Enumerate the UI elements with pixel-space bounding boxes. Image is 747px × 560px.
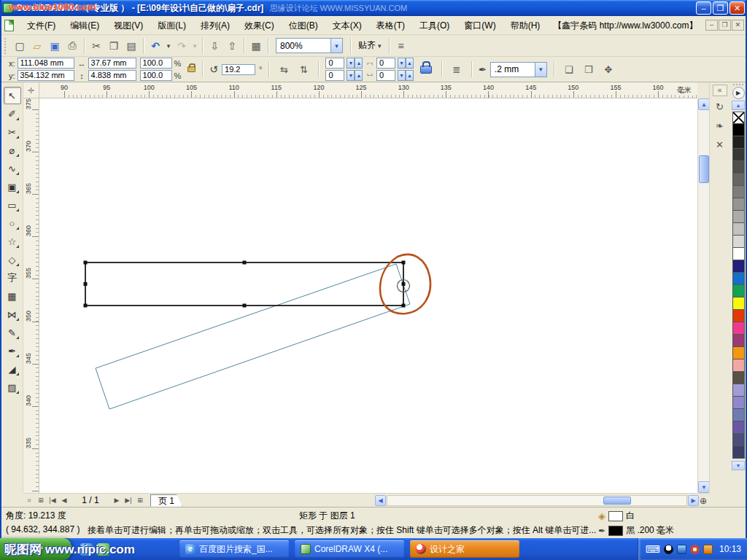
tray-qq-icon[interactable] [664,545,673,554]
color-swatch[interactable] [732,434,745,446]
start-button[interactable]: 开始 [0,538,71,560]
open-button[interactable]: ▱ [28,37,46,55]
scale-lock-icon[interactable] [187,66,196,72]
doc-close-button[interactable]: ✕ [732,20,744,31]
menu-file[interactable]: 文件(F) [20,18,63,34]
tray-app-icon[interactable] [703,545,713,554]
color-swatch[interactable] [732,384,745,397]
color-swatch[interactable] [732,372,745,384]
corner-radius-tr-field[interactable]: 0 [376,58,395,69]
ruler-origin-button[interactable]: ✛ [23,82,39,98]
vertical-scroll-thumb[interactable] [699,155,709,183]
navigator-zoom-button[interactable]: ⊕ [697,495,709,507]
toolbar-grip[interactable] [4,38,8,54]
object-height-field[interactable]: 4.838 mm [88,70,136,81]
add-page-before-button[interactable]: ⊞ [35,494,47,506]
fill-color-chip[interactable] [608,511,623,521]
no-color-swatch[interactable] [732,112,745,124]
outline-color-chip[interactable] [608,526,623,536]
horizontal-ruler[interactable]: 毫米 9095100105110115120125130135140145150… [39,82,697,98]
menu-window[interactable]: 窗口(W) [457,18,503,34]
color-swatch[interactable] [732,211,745,223]
selection-handle[interactable] [402,282,406,286]
application-launcher-button[interactable]: ▦ [247,37,265,55]
corner-br-spin-up[interactable]: ▲ [406,70,414,81]
scale-v-field[interactable]: 100.0 [140,70,172,81]
zoom-level-combo[interactable]: 800% ▾ [276,38,343,53]
color-swatch[interactable] [732,149,745,161]
menu-bitmaps[interactable]: 位图(B) [282,18,325,34]
color-swatch[interactable] [732,223,745,236]
last-page-button[interactable]: ▶| [123,494,134,506]
add-page-after-button[interactable]: ⊞ [134,494,146,506]
scroll-left-button[interactable]: ◀ [375,495,386,506]
export-button[interactable]: ⇧ [223,37,241,55]
color-swatch[interactable] [732,198,745,211]
color-swatch[interactable] [732,446,745,459]
doc-restore-button[interactable]: ❐ [719,20,731,31]
pick-tool[interactable]: ↖ [4,87,21,104]
color-swatch[interactable] [732,359,745,372]
zoom-tool[interactable]: ⌀ [4,141,21,159]
color-swatch[interactable] [732,124,745,136]
wrap-text-button[interactable]: ≣ [449,61,465,77]
scroll-down-button[interactable]: ▼ [698,481,710,493]
open-dialog-dial-icon[interactable]: ✥ [600,61,616,77]
scroll-up-button[interactable]: ▲ [698,98,710,110]
vertical-scrollbar[interactable]: ▲ ▼ [697,98,709,493]
import-button[interactable]: ⇩ [206,37,223,55]
artistic-media-docker-tab[interactable]: ❧ [713,118,727,134]
color-swatch[interactable] [732,236,745,248]
ellipse-tool[interactable]: ○ [4,214,21,232]
mirror-vertical-button[interactable]: ⇅ [295,61,311,77]
color-swatch[interactable] [732,174,745,186]
next-page-button[interactable]: ▶ [111,494,123,506]
print-button[interactable]: ⎙ [63,37,81,55]
color-swatch[interactable] [732,248,745,260]
selection-handle[interactable] [402,261,406,265]
tray-sound-icon[interactable] [690,545,700,554]
menu-effects[interactable]: 效果(C) [237,18,282,34]
close-button[interactable]: ✕ [729,1,745,15]
rotation-angle-field[interactable]: 19.2 [222,64,255,75]
object-width-field[interactable]: 37.67 mm [88,58,136,69]
selection-handle[interactable] [84,261,88,265]
input-method-keyboard-icon[interactable]: ⌨ [646,543,660,555]
cut-button[interactable]: ✂ [88,37,105,55]
transform-docker-tab[interactable]: ↻ [713,99,727,115]
corner-radius-tl-field[interactable]: 0 [325,58,344,69]
interactive-fill-tool[interactable]: ▨ [4,378,21,396]
menu-tools[interactable]: 工具(O) [412,18,457,34]
minimize-button[interactable]: – [696,1,711,15]
task-button-baidu[interactable]: e 百度图片搜索_国... [179,540,289,558]
eyedropper-tool[interactable]: ✎ [4,324,21,341]
menu-arrange[interactable]: 排列(A) [193,18,237,34]
convert-outline-button[interactable]: ❒ [581,61,597,77]
palette-grip[interactable] [733,84,743,85]
selection-handle[interactable] [84,304,88,308]
save-button[interactable]: ▣ [46,37,63,55]
color-swatch[interactable] [732,421,745,434]
menu-help[interactable]: 帮助(H) [503,18,548,34]
edit-corners-lock-icon[interactable] [420,66,432,74]
horizontal-scrollbar[interactable] [387,495,687,506]
quicklaunch-ie-icon[interactable]: e [80,543,93,556]
copy-button[interactable]: ❐ [105,37,123,55]
fill-tool[interactable]: ◢ [4,360,21,378]
corner-tr-spin-up[interactable]: ▲ [406,58,414,69]
palette-scroll-up-button[interactable]: ▲ [732,101,745,110]
color-swatch[interactable] [732,186,745,198]
color-swatch[interactable] [732,322,745,335]
redo-dropdown[interactable]: ▾ [190,37,199,55]
palette-flyout-button[interactable]: ▶ [732,87,745,99]
corner-radius-bl-field[interactable]: 0 [325,70,344,81]
color-swatch[interactable] [732,397,745,409]
corner-tl-spin-down[interactable]: ▼ [347,58,355,69]
x-position-field[interactable]: 111.048 mm [18,58,74,69]
drawing-canvas[interactable] [39,98,697,493]
color-swatch[interactable] [732,335,745,347]
orange-drop-shape[interactable] [380,254,430,314]
menu-table[interactable]: 表格(T) [369,18,412,34]
outline-tool[interactable]: ✒ [4,342,21,359]
color-swatch[interactable] [732,260,745,273]
